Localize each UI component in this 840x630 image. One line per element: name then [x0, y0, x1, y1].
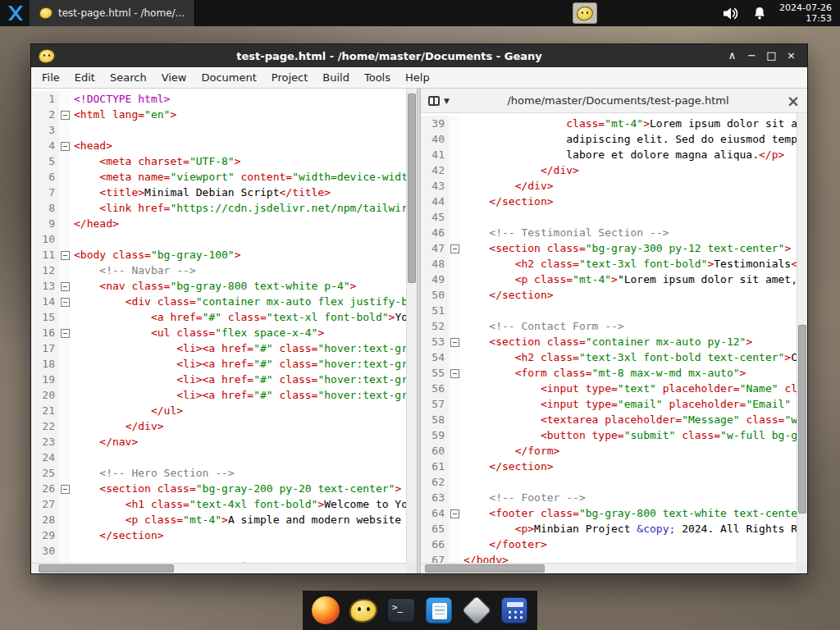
right-vertical-scrollbar[interactable]: [797, 113, 807, 563]
menu-view[interactable]: View: [154, 67, 194, 88]
chevron-down-icon[interactable]: ▼: [444, 97, 450, 105]
code-area-left[interactable]: 1<!DOCTYPE html>2<html lang="en">34<head…: [31, 89, 406, 563]
fold-margin: [59, 434, 71, 450]
code-line: 23 </nav>: [31, 434, 406, 450]
scrollbar-thumb[interactable]: [39, 564, 174, 573]
clock[interactable]: 2024-07-26 17:53: [779, 2, 832, 24]
line-number: 39: [421, 116, 449, 131]
window-title: test-page.html - /home/master/Documents …: [60, 50, 719, 62]
line-number: 47: [421, 240, 449, 256]
line-number: 64: [421, 505, 449, 521]
code-text: <meta name="viewport" content="width=dev…: [71, 169, 406, 185]
geany-icon: [577, 7, 593, 21]
line-number: 58: [421, 412, 449, 427]
line-number: 2: [31, 107, 59, 122]
fold-margin: [449, 412, 460, 427]
code-area-right[interactable]: 39 class="mt-4">Lorem ipsum dolor sit am…: [421, 113, 797, 563]
menu-project[interactable]: Project: [264, 67, 315, 88]
dock-terminal-icon[interactable]: [382, 591, 420, 630]
rollup-button[interactable]: ∧: [724, 45, 741, 66]
code-text: </ul>: [71, 403, 183, 418]
close-button[interactable]: ×: [783, 45, 800, 66]
menu-build[interactable]: Build: [315, 67, 357, 88]
fold-margin: [449, 521, 460, 536]
code-text: <link href="https://cdn.jsdelivr.net/npm…: [71, 200, 406, 216]
menu-help[interactable]: Help: [398, 67, 437, 88]
fold-marker-icon[interactable]: [449, 505, 460, 521]
notifications-bell-icon[interactable]: [750, 0, 769, 26]
line-number: 57: [421, 396, 449, 412]
menu-document[interactable]: Document: [194, 67, 263, 88]
tray-geany-icon[interactable]: [573, 2, 597, 24]
fold-marker-icon[interactable]: [59, 481, 71, 496]
code-text: <a href="#" class="text-xl font-bold">Yo: [71, 309, 406, 325]
code-line: 6 <meta name="viewport" content="width=d…: [31, 169, 406, 185]
code-line: 21 </ul>: [31, 403, 406, 418]
code-line: 53 <section class="container mx-auto py-…: [421, 334, 797, 349]
left-vertical-scrollbar[interactable]: [406, 89, 417, 563]
left-horizontal-scrollbar[interactable]: [31, 563, 406, 573]
line-number: 51: [421, 303, 449, 318]
window-titlebar[interactable]: test-page.html - /home/master/Documents …: [31, 44, 807, 67]
firefox-icon: [312, 596, 340, 624]
fold-marker-icon[interactable]: [59, 278, 71, 294]
code-text: [71, 450, 74, 465]
line-number: 63: [421, 490, 449, 505]
split-view-icon[interactable]: [428, 96, 440, 106]
fold-marker-icon[interactable]: [449, 334, 460, 349]
menu-file[interactable]: File: [34, 67, 67, 88]
clock-time: 17:53: [779, 13, 832, 24]
dock-calculator-icon[interactable]: [495, 591, 533, 630]
split-close-button[interactable]: ×: [787, 92, 800, 110]
line-number: 23: [31, 434, 59, 450]
code-line: 15 <a href="#" class="text-xl font-bold"…: [31, 309, 406, 325]
scrollbar-thumb[interactable]: [408, 94, 416, 283]
dock-firefox-icon[interactable]: [307, 591, 345, 630]
code-line: 60 </form>: [421, 443, 797, 459]
right-horizontal-scrollbar[interactable]: [421, 563, 797, 573]
code-text: </div>: [460, 178, 554, 194]
code-text: adipiscing elit. Sed do eiusmod tempo: [460, 131, 797, 147]
fold-marker-icon[interactable]: [59, 294, 71, 309]
code-line: 57 <input type="email" placeholder="Emai…: [421, 396, 797, 412]
scrollbar-thumb[interactable]: [798, 325, 806, 514]
fold-marker-icon[interactable]: [449, 365, 460, 381]
scrollbar-thumb[interactable]: [425, 564, 546, 573]
fold-margin: [59, 122, 71, 138]
dock-geany-icon[interactable]: [345, 591, 382, 630]
volume-icon[interactable]: [720, 0, 740, 26]
code-text: [460, 474, 463, 490]
fold-marker-icon[interactable]: [59, 138, 71, 153]
line-number: 22: [31, 418, 59, 434]
fold-margin: [59, 185, 71, 200]
line-number: 41: [421, 147, 449, 162]
fold-marker-icon[interactable]: [449, 240, 460, 256]
fold-margin: [59, 512, 71, 527]
line-number: 48: [421, 256, 449, 272]
fold-marker-icon[interactable]: [59, 247, 71, 262]
geany-window: test-page.html - /home/master/Documents …: [30, 43, 808, 574]
window-geany-icon: [39, 49, 55, 63]
fold-margin: [59, 153, 71, 169]
terminal-icon: [387, 598, 415, 623]
menu-edit[interactable]: Edit: [67, 67, 103, 88]
code-line: 51: [421, 303, 797, 318]
minimize-button[interactable]: −: [743, 45, 760, 66]
dock-text-editor-icon[interactable]: [420, 591, 458, 630]
fold-marker-icon[interactable]: [59, 107, 71, 122]
maximize-button[interactable]: □: [763, 45, 780, 66]
dock-inkscape-icon[interactable]: [458, 591, 495, 630]
code-line: 13 <nav class="bg-gray-800 text-white p-…: [31, 278, 406, 294]
menu-search[interactable]: Search: [103, 67, 154, 88]
taskbar-window-button[interactable]: test-page.html - /home/...: [30, 0, 195, 26]
code-line: 44 </section>: [421, 194, 797, 209]
code-line: 1<!DOCTYPE html>: [31, 91, 406, 107]
menu-tools[interactable]: Tools: [357, 67, 398, 88]
code-text: <ul class="flex space-x-4">: [71, 325, 324, 340]
code-line: 24: [31, 450, 406, 465]
line-number: 10: [31, 231, 59, 247]
xfce-menu-icon[interactable]: [0, 0, 30, 26]
fold-marker-icon[interactable]: [59, 325, 71, 340]
line-number: 13: [31, 278, 59, 294]
fold-margin: [59, 356, 71, 372]
